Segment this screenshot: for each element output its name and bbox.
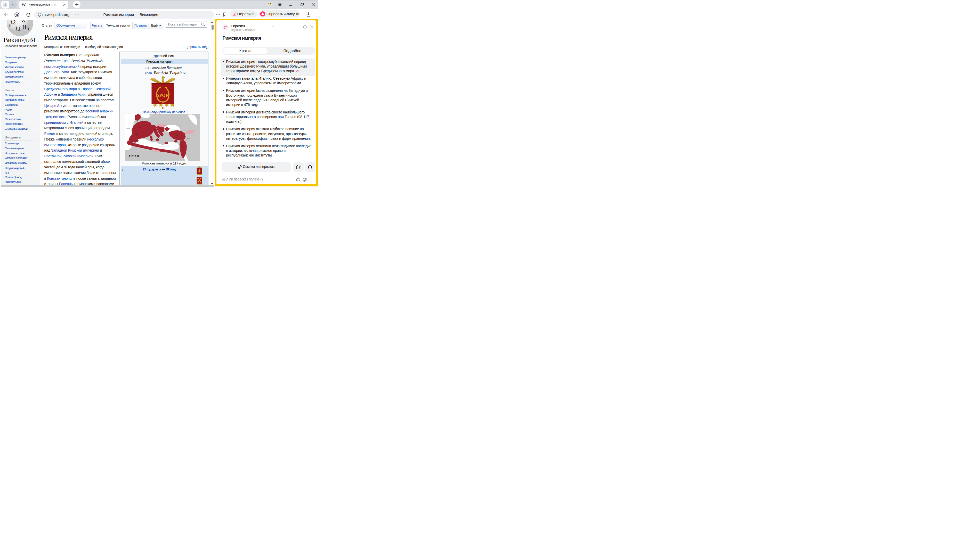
svg-text:Dacia: Dacia: [160, 128, 162, 129]
svg-text:Galatia: Galatia: [176, 135, 178, 136]
svg-text:W: W: [21, 20, 26, 23]
svg-text:Hispania: Hispania: [135, 134, 138, 135]
svg-text:117 AD: 117 AD: [129, 154, 139, 158]
svg-text:Oceanus: Oceanus: [126, 128, 130, 129]
svg-text:Mare: Mare: [189, 119, 192, 121]
svg-text:Ω: Ω: [11, 20, 16, 25]
svg-text:Gallia: Gallia: [139, 127, 141, 128]
svg-text:Africa: Africa: [142, 144, 145, 144]
svg-text:И: И: [22, 24, 26, 30]
svg-text:Mare Internum: Mare Internum: [158, 145, 166, 147]
svg-text:Ægyptus: Ægyptus: [182, 147, 185, 147]
svg-text:Pontus Euxinus: Pontus Euxinus: [168, 128, 175, 130]
svg-text:Я: Я: [16, 13, 18, 16]
svg-text:Italia: Italia: [154, 129, 156, 130]
svg-text:SPQR: SPQR: [157, 92, 169, 98]
svg-text:Mesopot.: Mesopot.: [187, 138, 190, 139]
